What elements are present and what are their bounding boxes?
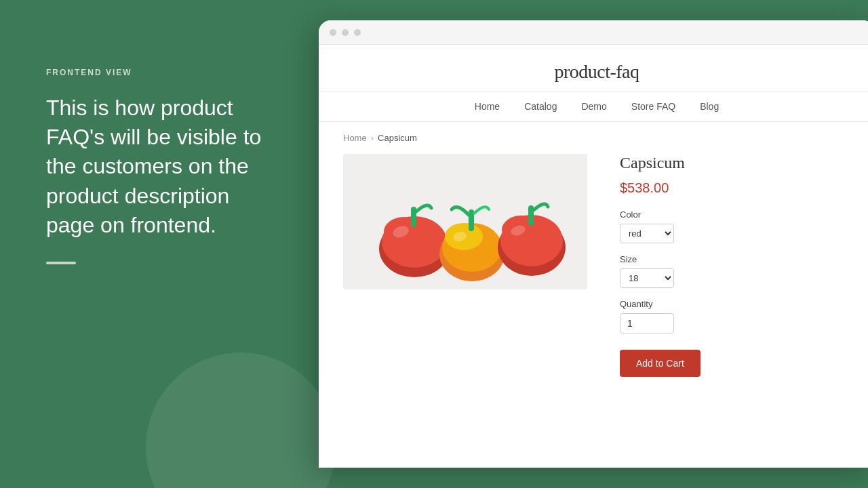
product-area: Capsicum $538.00 Color red Size 18 — [319, 154, 868, 401]
color-select[interactable]: red — [620, 224, 674, 243]
decorative-circle — [146, 352, 336, 488]
browser-dot-2 — [342, 29, 349, 36]
store-content: product-faq Home Catalog Demo Store FAQ … — [319, 45, 868, 468]
color-label: Color — [620, 209, 850, 220]
nav-blog[interactable]: Blog — [700, 101, 719, 112]
left-panel: FRONTEND VIEW This is how product FAQ's … — [0, 0, 322, 488]
product-details: Capsicum $538.00 Color red Size 18 — [620, 154, 850, 377]
breadcrumb-separator: › — [371, 133, 374, 143]
browser-dot-1 — [330, 29, 336, 36]
description-text: This is how product FAQ's will be visibl… — [46, 94, 276, 240]
nav-demo[interactable]: Demo — [581, 101, 606, 112]
size-field: Size 18 — [620, 254, 850, 288]
quantity-input[interactable] — [620, 313, 674, 333]
svg-rect-4 — [411, 207, 416, 227]
add-to-cart-button[interactable]: Add to Cart — [620, 350, 701, 377]
svg-rect-14 — [528, 205, 534, 226]
store-nav: Home Catalog Demo Store FAQ Blog — [319, 92, 868, 122]
browser-dot-3 — [354, 29, 361, 36]
nav-home[interactable]: Home — [475, 101, 500, 112]
store-title: product-faq — [319, 61, 868, 83]
quantity-label: Quantity — [620, 299, 850, 309]
breadcrumb-home[interactable]: Home — [343, 133, 367, 143]
color-field: Color red — [620, 209, 850, 243]
quantity-field: Quantity — [620, 299, 850, 333]
product-name: Capsicum — [620, 154, 850, 172]
divider — [46, 262, 76, 264]
browser-card: product-faq Home Catalog Demo Store FAQ … — [319, 20, 868, 468]
store-header: product-faq — [319, 45, 868, 92]
nav-store-faq[interactable]: Store FAQ — [631, 101, 675, 112]
product-price: $538.00 — [620, 180, 850, 196]
browser-chrome — [319, 20, 868, 45]
breadcrumb-current: Capsicum — [378, 133, 417, 143]
size-label: Size — [620, 254, 850, 264]
breadcrumb: Home › Capsicum — [319, 122, 868, 154]
pepper-illustration — [343, 154, 587, 289]
frontend-view-label: FRONTEND VIEW — [46, 68, 276, 77]
nav-catalog[interactable]: Catalog — [524, 101, 557, 112]
product-image — [343, 154, 587, 289]
size-select[interactable]: 18 — [620, 268, 674, 288]
